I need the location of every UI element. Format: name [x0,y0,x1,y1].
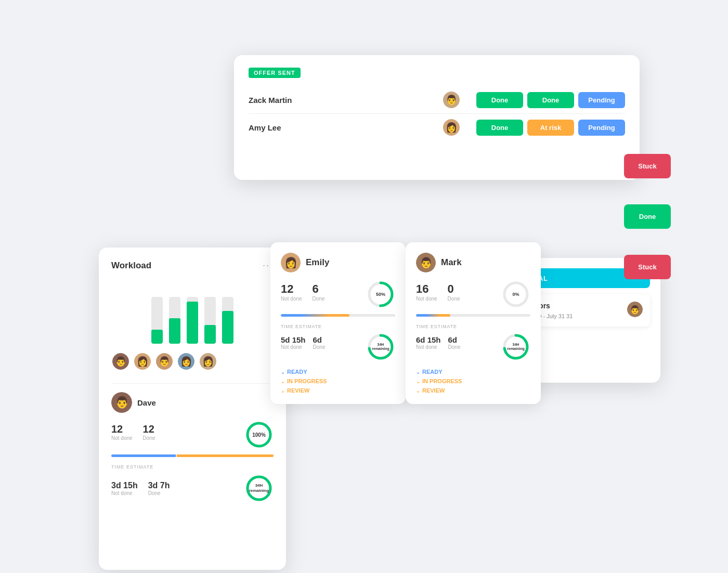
emily-donut: 50% [366,280,395,309]
workload-chart [111,281,274,344]
emily-time-label: TIME ESTIMATE [281,324,395,329]
side-stuck-btn-2[interactable]: Stuck [624,255,671,279]
dave-time-done: 3d 7h Done [148,481,170,496]
mark-avatar: 👨 [416,253,436,272]
workload-title: Workload [111,261,151,271]
bar-3 [187,297,198,344]
avatar-emily-chart: 👩 [133,352,152,371]
dave-header: 👨 Dave [111,392,274,413]
mark-time-row: 6d 15h Not done 6d Done [416,335,460,350]
status-done-2[interactable]: Done [527,92,574,108]
dave-time-ring: 34Hremaining [244,474,274,503]
dave-avatar: 👨 [111,392,132,413]
emily-tag-review[interactable]: ⌄REVIEW [281,387,395,394]
mark-time-not-done: 6d 15h Not done [416,335,441,350]
workload-card: Workload ··· [99,248,286,570]
dave-done: 12 Done [143,423,155,441]
dave-name: Dave [137,398,156,407]
bar-4 [204,297,216,344]
dave-progress-bar [111,454,274,457]
workload-avatars: 👨 👩 👨 👩 👩 [111,352,274,371]
emily-card: 👩 Emily 12 Not done 6 Done [270,242,406,404]
avatar-4-chart: 👩 [177,352,196,371]
avatar-dave-chart: 👨 [111,352,130,371]
mark-tag-ready[interactable]: ⌄READY [416,369,530,375]
status-pending-1[interactable]: Pending [578,92,625,108]
side-done-btn[interactable]: Done [624,204,671,229]
emily-not-done: 12 Not done [281,282,302,302]
mark-time-done: 6d Done [448,335,461,350]
dave-progress-ring: 100% [244,420,274,449]
emily-stats: 12 Not done 6 Done [281,282,325,302]
emily-avatar: 👩 [281,253,301,272]
mark-tag-progress[interactable]: ⌄IN PROGRESS [416,378,530,384]
mark-donut: 0% [501,280,530,309]
mark-header: 👨 Mark [416,253,530,272]
emily-done: 6 Done [313,282,325,302]
mark-card: 👨 Mark 16 Not done 0 Done 0% [406,242,541,404]
emily-time-not-done: 5d 15h Not done [281,335,306,350]
workload-header: Workload ··· [111,260,274,271]
dave-stats: 12 Not done 12 Done [111,423,155,441]
emily-tag-ready[interactable]: ⌄READY [281,369,395,375]
emily-tags: ⌄READY ⌄IN PROGRESS ⌄REVIEW [281,369,395,394]
mark-tags: ⌄READY ⌄IN PROGRESS ⌄REVIEW [416,369,530,394]
emily-tag-progress[interactable]: ⌄IN PROGRESS [281,378,395,384]
emily-time-done: 6d Done [313,335,326,350]
side-stuck-btn-1[interactable]: Stuck [624,154,671,178]
offer-buttons-zack: Done Done Pending [476,92,625,108]
mark-tag-review[interactable]: ⌄REVIEW [416,387,530,394]
mark-name: Mark [441,257,462,268]
dave-not-done: 12 Not done [111,423,133,441]
mark-time-ring: 34Hremaining [501,332,530,361]
mark-not-done: 16 Not done [416,282,437,302]
offer-name-zack: Zack Martin [249,96,443,105]
offer-buttons-amy: Done At risk Pending [476,120,625,136]
emily-progress [281,314,395,317]
dave-time-row: 3d 15h Not done 3d 7h Done [111,481,170,496]
avatar-5-chart: 👩 [199,352,217,371]
dave-section: 👨 Dave 12 Not done 12 Done [111,383,274,503]
dave-time-label: TIME ESTIMATE [111,464,274,470]
offer-row-amy: Amy Lee 👩 Done At risk Pending [249,114,625,141]
avatar-zack: 👨 [443,92,460,108]
offer-row-zack: Zack Martin 👨 Done Done Pending [249,86,625,114]
bar-2 [169,297,180,344]
task-avatar-sponsors: 👨 [627,302,643,317]
avatar-amy: 👩 [443,119,460,136]
status-pending-amy[interactable]: Pending [578,120,625,136]
status-done-1[interactable]: Done [476,92,523,108]
offer-sent-card: OFFER SENT Zack Martin 👨 Done Done Pendi… [234,55,640,180]
status-done-amy[interactable]: Done [476,120,523,136]
bar-5 [222,297,233,344]
status-atrisk-amy[interactable]: At risk [527,120,574,136]
mark-done: 0 Done [448,282,460,302]
scene: OFFER SENT Zack Martin 👨 Done Done Pendi… [78,40,650,533]
mark-stats: 16 Not done 0 Done [416,282,460,302]
emily-time-row: 5d 15h Not done 6d Done [281,335,325,350]
emily-header: 👩 Emily [281,253,395,272]
mark-time-label: TIME ESTIMATE [416,324,530,329]
mark-progress [416,314,530,317]
emily-time-ring: 34Hremaining [366,332,395,361]
avatar-3-chart: 👨 [155,352,174,371]
offer-name-amy: Amy Lee [249,123,443,132]
emily-name: Emily [306,257,329,268]
dave-time-not-done: 3d 15h Not done [111,481,138,496]
bar-1 [151,297,163,344]
offer-sent-badge: OFFER SENT [249,68,301,78]
